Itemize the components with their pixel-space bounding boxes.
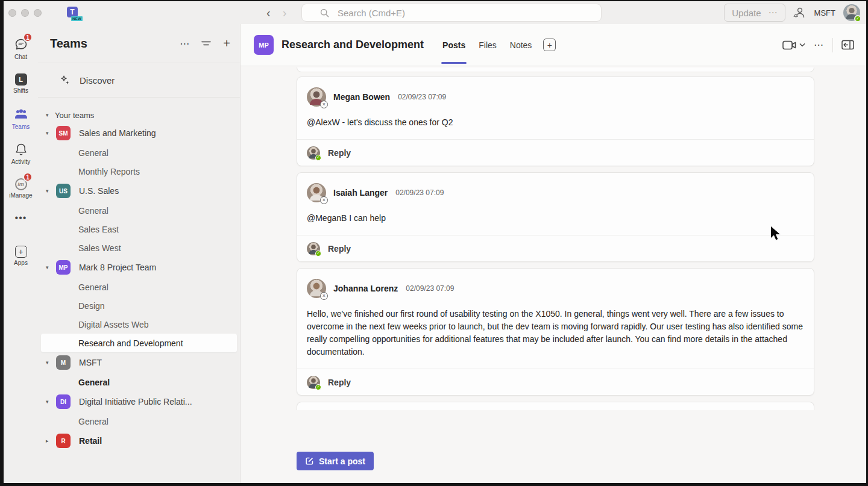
team-list: ▾ Your teams ▾ SM Sales and Marketing Ge…: [38, 98, 240, 483]
your-teams-header[interactable]: ▾ Your teams: [38, 107, 240, 123]
org-label: MSFT: [814, 8, 835, 17]
presence-available-icon: ✓: [315, 251, 321, 257]
reply-avatar: ✓: [307, 242, 320, 255]
chevron-down-icon: ▾: [46, 130, 52, 136]
post-timestamp: 02/09/23 07:09: [395, 188, 444, 197]
channel-sales-west[interactable]: Sales West: [38, 238, 240, 257]
channel-general[interactable]: General: [38, 143, 240, 162]
new-badge: NEW: [71, 16, 83, 21]
team-avatar: DI: [56, 394, 71, 409]
team-msft[interactable]: ▾ M MSFT: [38, 352, 240, 373]
team-digital-initiative[interactable]: ▾ DI Digital Initiative Public Relati...: [38, 391, 240, 412]
post-card[interactable]: × Megan Bowen 02/09/23 07:09 @AlexW - le…: [297, 76, 814, 166]
channel-general[interactable]: General: [38, 412, 240, 431]
channel-monthly-reports[interactable]: Monthly Reports: [38, 162, 240, 181]
team-avatar: US: [56, 184, 71, 198]
post-author[interactable]: Johanna Lorenz: [333, 284, 398, 293]
open-pane-icon[interactable]: [841, 40, 854, 50]
tab-notes[interactable]: Notes: [503, 24, 539, 66]
team-mark-8-project-team[interactable]: ▾ MP Mark 8 Project Team: [38, 257, 240, 278]
search-icon: [320, 8, 329, 17]
avatar: ×: [307, 279, 326, 298]
page-title: Research and Development: [281, 39, 424, 51]
channel-general[interactable]: General: [38, 278, 240, 296]
update-more-icon: ⋯: [769, 7, 778, 18]
back-button[interactable]: ‹: [266, 7, 271, 19]
team-retail[interactable]: ▸ R Retail: [38, 431, 240, 451]
chevron-down-icon: ▾: [46, 264, 52, 270]
shifts-icon: L: [15, 73, 27, 86]
post-card[interactable]: × Johanna Lorenz 02/09/23 07:09 Hello, w…: [297, 268, 814, 396]
start-post-button[interactable]: Start a post: [297, 452, 374, 470]
sparkle-icon: [60, 75, 71, 86]
post-author[interactable]: Megan Bowen: [333, 92, 390, 102]
teams-icon: [13, 107, 29, 122]
traffic-lights: [8, 9, 42, 17]
video-camera-icon: [782, 40, 796, 50]
team-avatar: MP: [56, 260, 71, 275]
reply-button[interactable]: ✓ Reply: [297, 139, 814, 166]
discover-button[interactable]: Discover: [38, 63, 240, 97]
presence-offline-icon: ×: [320, 196, 328, 204]
chevron-down-icon: ▾: [46, 112, 52, 118]
create-team-button[interactable]: +: [223, 37, 230, 51]
rail-more-button[interactable]: •••: [4, 206, 38, 230]
post-card[interactable]: × Isaiah Langer 02/09/23 07:09 @MeganB I…: [297, 172, 814, 262]
post-timestamp: 02/09/23 07:09: [398, 93, 446, 101]
rail-item-teams[interactable]: Teams: [4, 101, 38, 136]
people-icon[interactable]: [793, 7, 807, 19]
channel-design[interactable]: Design: [38, 296, 240, 315]
meet-button[interactable]: [782, 40, 805, 50]
user-avatar[interactable]: ✓: [843, 4, 860, 21]
more-icon: •••: [15, 213, 27, 223]
channel-research-and-development[interactable]: Research and Development: [41, 334, 237, 352]
chevron-down-icon: [799, 43, 805, 47]
channel-digital-assets-web[interactable]: Digital Assets Web: [38, 315, 240, 334]
bell-icon: [14, 142, 28, 157]
rail-item-activity[interactable]: Activity: [4, 136, 38, 171]
post-timestamp: 02/09/23 07:09: [406, 284, 454, 293]
maximize-button[interactable]: [34, 9, 42, 17]
filter-icon[interactable]: [201, 40, 211, 47]
team-sales-and-marketing[interactable]: ▾ SM Sales and Marketing: [38, 123, 240, 143]
channel-sales-east[interactable]: Sales East: [38, 220, 240, 238]
update-button[interactable]: Update ⋯: [724, 4, 785, 22]
teams-sidebar: Teams ⋯ + Discover ▾ Your teams: [38, 24, 241, 483]
forward-button[interactable]: ›: [283, 7, 287, 19]
presence-available-icon: ✓: [315, 384, 321, 390]
channel-team-avatar: MP: [254, 35, 274, 55]
team-avatar: R: [56, 434, 71, 448]
presence-available-icon: ✓: [854, 15, 861, 22]
channel-more-button[interactable]: ⋯: [814, 39, 824, 51]
post-text: Hello, we've finished our first round of…: [307, 308, 804, 358]
app-rail: Chat 1 L Shifts Teams Activity: [4, 24, 38, 483]
presence-offline-icon: ×: [320, 292, 328, 300]
reply-avatar: ✓: [307, 146, 320, 160]
sidebar-more-button[interactable]: ⋯: [180, 38, 189, 49]
rail-item-apps[interactable]: + Apps: [4, 238, 38, 273]
search-placeholder: Search (Cmd+E): [338, 8, 405, 18]
team-us-sales[interactable]: ▾ US U.S. Sales: [38, 181, 240, 201]
rail-item-imanage[interactable]: im iManage 1: [4, 171, 38, 206]
reply-button[interactable]: ✓ Reply: [297, 235, 814, 261]
rail-item-shifts[interactable]: L Shifts: [4, 66, 38, 101]
channel-view: MP Research and Development Posts Files …: [241, 24, 866, 483]
partial-post-card: [297, 402, 814, 410]
channel-general-unread[interactable]: General: [38, 373, 240, 391]
minimize-button[interactable]: [21, 9, 29, 17]
post-author[interactable]: Isaiah Langer: [333, 188, 388, 198]
app-window: T NEW ‹ › Search (Cmd+E) Update ⋯ MSF: [0, 0, 868, 486]
add-tab-button[interactable]: +: [543, 39, 556, 51]
tab-posts[interactable]: Posts: [436, 24, 472, 66]
reply-button[interactable]: ✓ Reply: [297, 369, 814, 395]
channel-header: MP Research and Development Posts Files …: [241, 24, 866, 66]
search-input[interactable]: Search (Cmd+E): [301, 4, 602, 22]
posts-list: × Megan Bowen 02/09/23 07:09 @AlexW - le…: [241, 66, 866, 483]
rail-item-chat[interactable]: Chat 1: [4, 31, 38, 66]
avatar: ×: [307, 183, 326, 202]
presence-available-icon: ✓: [315, 155, 321, 161]
tab-files[interactable]: Files: [472, 24, 503, 66]
compose-icon: [305, 456, 314, 466]
channel-general[interactable]: General: [38, 201, 240, 220]
close-button[interactable]: [8, 9, 16, 17]
